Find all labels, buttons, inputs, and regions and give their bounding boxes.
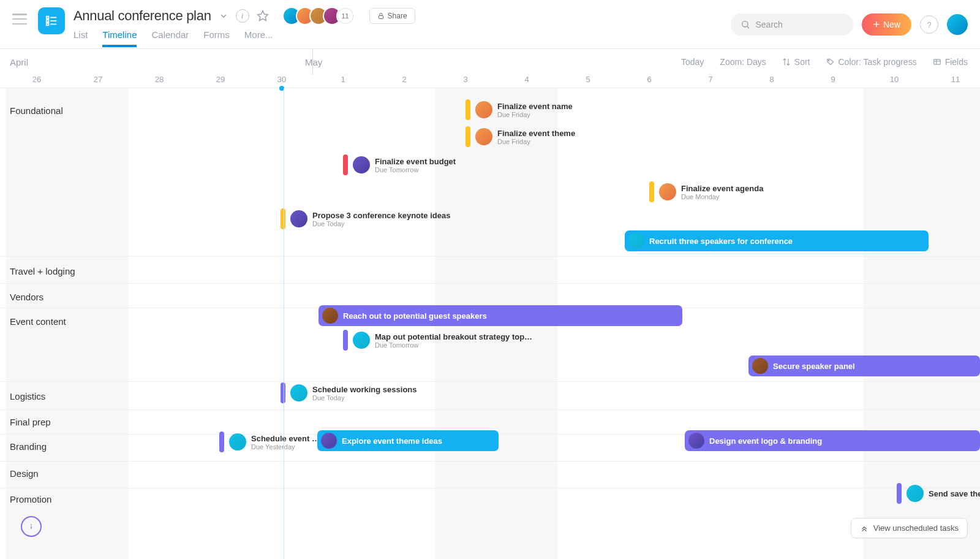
tag-icon bbox=[826, 58, 835, 66]
info-icon[interactable]: i bbox=[236, 9, 249, 23]
day-number: 5 bbox=[586, 75, 590, 84]
day-number: 11 bbox=[951, 75, 960, 84]
plus-icon: + bbox=[873, 19, 880, 30]
task-finalize-event-agenda[interactable]: Finalize event agendaDue Monday bbox=[649, 181, 763, 202]
divider bbox=[0, 283, 980, 284]
today-button[interactable]: Today bbox=[681, 57, 704, 67]
tab-timeline[interactable]: Timeline bbox=[102, 29, 137, 47]
project-title: Annual conference plan bbox=[74, 8, 211, 24]
avatar-overflow-count: 11 bbox=[336, 7, 355, 25]
divider bbox=[0, 409, 980, 410]
help-button[interactable]: ? bbox=[920, 15, 938, 34]
day-number: 1 bbox=[341, 75, 345, 84]
task-finalize-event-budget[interactable]: Finalize event budgetDue Tomorrow bbox=[343, 154, 456, 175]
month-label: April bbox=[10, 57, 28, 67]
task-keynote-ideas[interactable]: Propose 3 conference keynote ideasDue To… bbox=[281, 208, 450, 229]
day-number: 7 bbox=[708, 75, 712, 84]
task-recruit-speakers[interactable]: Recruit three speakers for conference bbox=[625, 230, 929, 251]
project-icon[interactable] bbox=[38, 7, 65, 34]
day-number: 30 bbox=[277, 75, 286, 84]
section-branding: Branding bbox=[10, 441, 47, 452]
task-explore-ideas[interactable]: Explore event theme ideas bbox=[317, 430, 499, 451]
search-input[interactable]: Search bbox=[731, 13, 853, 36]
day-headers: 26272829301234567891011 bbox=[0, 75, 980, 88]
day-number: 2 bbox=[402, 75, 406, 84]
tabs: List Timeline Calendar Forms More... bbox=[74, 29, 415, 47]
divider bbox=[0, 488, 980, 489]
section-promotion: Promotion bbox=[10, 494, 51, 504]
section-event-content: Event content bbox=[10, 316, 66, 327]
task-map-out[interactable]: Map out potential breakout strategy top…… bbox=[343, 330, 532, 351]
svg-point-8 bbox=[742, 21, 748, 27]
current-user-avatar[interactable] bbox=[947, 14, 968, 35]
svg-rect-1 bbox=[47, 20, 49, 22]
tab-more[interactable]: More... bbox=[244, 29, 273, 47]
day-number: 8 bbox=[769, 75, 774, 84]
section-foundational: Foundational bbox=[10, 105, 63, 116]
divider bbox=[0, 461, 980, 462]
day-number: 6 bbox=[647, 75, 651, 84]
day-number: 26 bbox=[32, 75, 41, 84]
member-avatars[interactable]: 11 bbox=[282, 7, 355, 25]
list-icon bbox=[45, 14, 58, 28]
svg-point-10 bbox=[828, 60, 829, 61]
day-number: 4 bbox=[524, 75, 529, 84]
search-icon bbox=[741, 20, 750, 29]
tab-list[interactable]: List bbox=[74, 29, 88, 47]
chevron-down-icon[interactable] bbox=[219, 11, 228, 21]
fields-control[interactable]: Fields bbox=[933, 57, 968, 67]
svg-rect-7 bbox=[379, 16, 383, 19]
task-design-logo[interactable]: Design event logo & branding bbox=[685, 430, 980, 451]
menu-icon[interactable] bbox=[12, 13, 27, 25]
month-label: May bbox=[305, 57, 322, 67]
task-schedule-event[interactable]: Schedule event …Due Yesterday bbox=[219, 432, 320, 452]
task-reach-out[interactable]: Reach out to potential guest speakers bbox=[318, 305, 682, 326]
new-button[interactable]: + New bbox=[862, 13, 911, 36]
topbar: Annual conference plan i 11 Share List bbox=[0, 0, 980, 49]
view-unscheduled-button[interactable]: View unscheduled tasks bbox=[851, 518, 968, 538]
svg-rect-2 bbox=[47, 23, 49, 26]
sort-control[interactable]: Sort bbox=[782, 57, 810, 67]
color-control[interactable]: Color: Task progress bbox=[826, 57, 917, 67]
chevron-double-up-icon bbox=[860, 524, 869, 533]
day-number: 29 bbox=[216, 75, 225, 84]
day-number: 28 bbox=[155, 75, 164, 84]
info-floating-button[interactable] bbox=[21, 516, 42, 537]
section-design: Design bbox=[10, 468, 39, 479]
task-finalize-event-theme[interactable]: Finalize event themeDue Friday bbox=[466, 126, 575, 147]
svg-point-18 bbox=[31, 524, 32, 525]
day-number: 9 bbox=[831, 75, 835, 84]
timeline-body: Foundational Travel + lodging Vendors Ev… bbox=[0, 88, 980, 559]
fields-icon bbox=[933, 58, 941, 66]
task-schedule-sessions[interactable]: Schedule working sessionsDue Today bbox=[281, 382, 417, 403]
svg-rect-11 bbox=[933, 59, 940, 64]
tab-calendar[interactable]: Calendar bbox=[151, 29, 189, 47]
task-secure-panel[interactable]: Secure speaker panel bbox=[748, 356, 980, 376]
task-save-the-date[interactable]: Send save the da bbox=[897, 483, 980, 504]
svg-marker-6 bbox=[257, 11, 268, 21]
day-number: 27 bbox=[94, 75, 102, 84]
day-number: 10 bbox=[890, 75, 899, 84]
sort-icon bbox=[782, 58, 791, 66]
section-logistics: Logistics bbox=[10, 391, 45, 401]
section-vendors: Vendors bbox=[10, 292, 43, 302]
section-travel: Travel + lodging bbox=[10, 266, 75, 276]
timeline-controls: April May Today Zoom: Days Sort Color: T… bbox=[0, 49, 980, 75]
share-button[interactable]: Share bbox=[369, 8, 415, 24]
divider bbox=[0, 381, 980, 382]
section-final-prep: Final prep bbox=[10, 417, 51, 427]
divider bbox=[0, 256, 980, 257]
day-number: 3 bbox=[463, 75, 467, 84]
today-marker bbox=[284, 88, 284, 559]
tab-forms[interactable]: Forms bbox=[203, 29, 230, 47]
lock-icon bbox=[377, 12, 385, 20]
svg-line-9 bbox=[747, 26, 749, 28]
star-icon[interactable] bbox=[257, 10, 269, 22]
info-icon bbox=[27, 522, 36, 531]
zoom-control[interactable]: Zoom: Days bbox=[720, 57, 766, 67]
task-finalize-event-name[interactable]: Finalize event nameDue Friday bbox=[466, 99, 573, 120]
svg-rect-0 bbox=[47, 17, 49, 19]
